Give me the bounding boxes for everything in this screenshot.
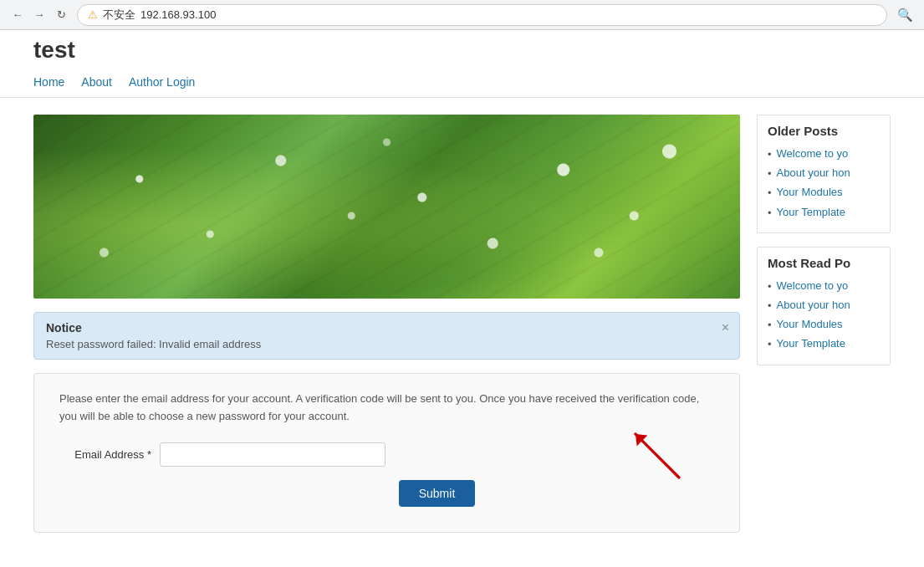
nav-buttons: ← → ↻ bbox=[8, 6, 70, 24]
older-post-link-3[interactable]: Your Modules bbox=[777, 185, 843, 200]
site-logo: test bbox=[33, 37, 891, 64]
list-item: Welcome to yo bbox=[768, 278, 880, 294]
back-button[interactable]: ← bbox=[8, 6, 27, 24]
content-area: Notice Reset password failed: Invalid em… bbox=[33, 115, 740, 533]
nav-home[interactable]: Home bbox=[33, 75, 64, 89]
most-read-title: Most Read Po bbox=[758, 248, 890, 275]
notice-title: Notice bbox=[46, 321, 709, 335]
email-row: Email Address * bbox=[59, 442, 714, 467]
list-item: Your Template bbox=[768, 336, 880, 352]
hero-image bbox=[33, 115, 740, 299]
submit-row: Submit bbox=[59, 480, 714, 507]
most-read-widget: Most Read Po Welcome to yo About your ho… bbox=[757, 247, 891, 365]
older-posts-widget: Older Posts Welcome to yo About your hon… bbox=[757, 115, 891, 233]
reload-button[interactable]: ↻ bbox=[52, 6, 70, 24]
address-text: 192.168.93.100 bbox=[140, 8, 216, 21]
list-item: About your hon bbox=[768, 298, 880, 314]
site-header: test Home About Author Login bbox=[0, 30, 924, 98]
list-item: Your Template bbox=[768, 205, 880, 221]
form-description: Please enter the email address for your … bbox=[59, 391, 714, 426]
submit-button[interactable]: Submit bbox=[399, 480, 476, 507]
email-label: Email Address * bbox=[59, 448, 151, 461]
forward-button[interactable]: → bbox=[30, 6, 48, 24]
most-read-link-3[interactable]: Your Modules bbox=[777, 317, 843, 332]
most-read-link-1[interactable]: Welcome to yo bbox=[777, 278, 849, 294]
most-read-link-4[interactable]: Your Template bbox=[777, 336, 845, 351]
email-input[interactable] bbox=[160, 442, 385, 467]
list-item: Your Modules bbox=[768, 317, 880, 333]
notice-box: Notice Reset password failed: Invalid em… bbox=[33, 312, 740, 360]
sidebar: Older Posts Welcome to yo About your hon… bbox=[757, 115, 891, 533]
notice-close-button[interactable]: × bbox=[722, 321, 729, 335]
list-item: About your hon bbox=[768, 166, 880, 181]
older-post-link-4[interactable]: Your Template bbox=[777, 205, 845, 220]
page-wrapper: test Home About Author Login Notice Rese… bbox=[0, 30, 924, 567]
nav-author-login[interactable]: Author Login bbox=[129, 75, 195, 89]
security-warning-icon: ⚠ bbox=[88, 8, 98, 21]
address-bar[interactable]: ⚠ 不安全 192.168.93.100 bbox=[77, 4, 887, 26]
nav-about[interactable]: About bbox=[81, 75, 112, 89]
most-read-link-2[interactable]: About your hon bbox=[777, 298, 850, 313]
older-post-link-1[interactable]: Welcome to yo bbox=[777, 146, 849, 161]
older-posts-title: Older Posts bbox=[758, 115, 890, 143]
browser-toolbar: ← → ↻ ⚠ 不安全 192.168.93.100 🔍 bbox=[0, 0, 924, 30]
older-post-link-2[interactable]: About your hon bbox=[777, 166, 850, 181]
site-nav: Home About Author Login bbox=[33, 67, 891, 97]
notice-message: Reset password failed: Invalid email add… bbox=[46, 338, 709, 350]
most-read-list: Welcome to yo About your hon Your Module… bbox=[758, 275, 890, 365]
list-item: Your Modules bbox=[768, 185, 880, 201]
security-warning-text: 不安全 bbox=[103, 8, 135, 23]
main-layout: Notice Reset password failed: Invalid em… bbox=[0, 98, 924, 549]
form-card: Please enter the email address for your … bbox=[33, 373, 740, 533]
zoom-button[interactable]: 🔍 bbox=[894, 4, 916, 26]
older-posts-list: Welcome to yo About your hon Your Module… bbox=[758, 143, 890, 232]
list-item: Welcome to yo bbox=[768, 146, 880, 162]
